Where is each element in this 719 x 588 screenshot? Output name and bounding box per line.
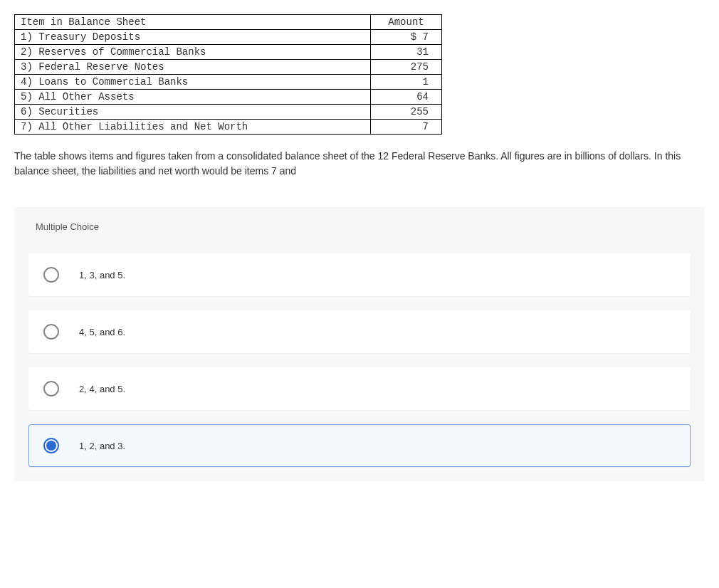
option-2[interactable]: 4, 5, and 6. [28,310,691,353]
option-3[interactable]: 2, 4, and 5. [28,367,691,410]
option-4[interactable]: 1, 2, and 3. [28,424,691,467]
radio-icon [43,381,59,397]
option-label: 4, 5, and 6. [79,327,125,337]
table-body: 1) Treasury Deposits $ 7 2) Reserves of … [15,30,442,135]
question-text: The table shows items and figures taken … [14,149,705,179]
radio-icon [43,267,59,283]
table-row: 5) All Other Assets 64 [15,90,442,105]
multiple-choice-container: Multiple Choice 1, 3, and 5. 4, 5, and 6… [14,207,705,481]
table-row: 4) Loans to Commercial Banks 1 [15,75,442,90]
mc-title: Multiple Choice [28,221,691,232]
option-label: 2, 4, and 5. [79,384,125,394]
option-label: 1, 3, and 5. [79,270,125,280]
radio-icon [43,438,59,453]
radio-icon [43,324,59,340]
table-row: 3) Federal Reserve Notes 275 [15,60,442,75]
option-label: 1, 2, and 3. [79,441,125,451]
table-header-item: Item in Balance Sheet [15,15,371,30]
balance-sheet-table: Item in Balance Sheet Amount 1) Treasury… [14,14,442,135]
table-row: 7) All Other Liabilities and Net Worth 7 [15,120,442,135]
table-row: 2) Reserves of Commercial Banks 31 [15,45,442,60]
table-header-amount: Amount [371,15,442,30]
table-row: 1) Treasury Deposits $ 7 [15,30,442,45]
table-row: 6) Securities 255 [15,105,442,120]
option-1[interactable]: 1, 3, and 5. [28,253,691,296]
